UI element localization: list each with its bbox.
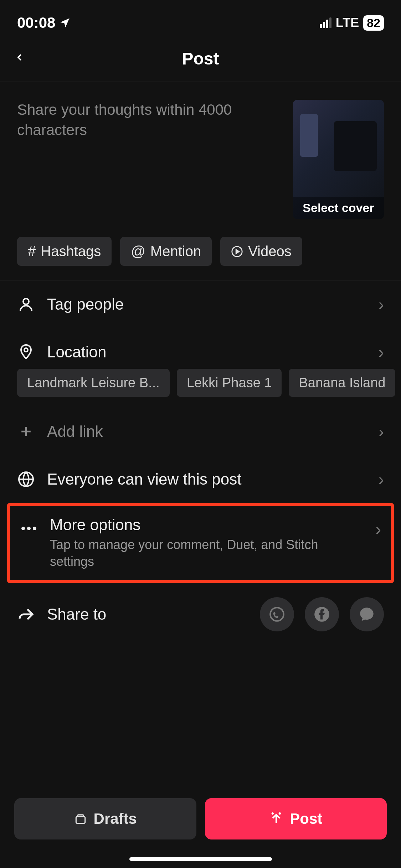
status-time: 00:08 <box>17 14 55 31</box>
privacy-row[interactable]: Everyone can view this post › <box>0 455 401 503</box>
svg-point-3 <box>24 348 28 352</box>
location-pin-icon <box>17 343 35 361</box>
post-button[interactable]: Post <box>205 798 387 839</box>
chevron-right-icon: › <box>376 520 381 539</box>
play-circle-icon <box>231 246 243 258</box>
caption-input[interactable]: Share your thoughts within 4000 characte… <box>17 100 282 219</box>
videos-chip[interactable]: Videos <box>220 237 302 266</box>
network-label: LTE <box>336 15 359 30</box>
mention-chip[interactable]: @ Mention <box>120 237 212 266</box>
drafts-icon <box>74 812 87 826</box>
battery-indicator: 82 <box>363 15 384 31</box>
hash-icon: # <box>28 243 36 259</box>
at-icon: @ <box>131 243 145 259</box>
select-cover-button[interactable]: Select cover <box>293 197 384 219</box>
back-button[interactable] <box>14 47 25 71</box>
drafts-button[interactable]: Drafts <box>14 798 196 839</box>
chevron-right-icon: › <box>379 342 384 362</box>
add-link-row[interactable]: Add link › <box>0 408 401 455</box>
more-options-title: More options <box>50 516 364 534</box>
share-facebook[interactable] <box>305 597 339 631</box>
svg-point-8 <box>27 527 31 530</box>
location-suggestions: Landmark Leisure B... Lekki Phase 1 Bana… <box>0 369 401 408</box>
home-indicator[interactable] <box>129 857 272 861</box>
compose-area: Share your thoughts within 4000 characte… <box>0 82 401 233</box>
person-icon <box>17 296 35 313</box>
location-services-icon <box>59 17 71 29</box>
svg-point-2 <box>23 299 29 304</box>
more-options-subtitle: Tap to manage your comment, Duet, and St… <box>50 537 364 570</box>
more-options-row[interactable]: More options Tap to manage your comment,… <box>10 506 391 580</box>
share-whatsapp[interactable] <box>260 597 294 631</box>
svg-point-10 <box>270 608 284 621</box>
location-chip[interactable]: Lekki Phase 1 <box>177 369 282 397</box>
whatsapp-icon <box>268 605 286 623</box>
chevron-right-icon: › <box>379 422 384 441</box>
compose-chips: # Hashtags @ Mention Videos <box>0 233 401 280</box>
svg-point-9 <box>33 527 36 530</box>
facebook-icon <box>313 605 331 623</box>
signal-icon <box>320 17 331 28</box>
page-title: Post <box>182 49 219 68</box>
svg-rect-12 <box>76 817 85 823</box>
plus-icon <box>18 424 34 439</box>
location-label: Location <box>47 343 366 361</box>
share-to-row: Share to <box>0 583 401 646</box>
share-arrow-icon <box>17 606 35 623</box>
more-options-highlight: More options Tap to manage your comment,… <box>7 503 394 583</box>
tag-people-label: Tag people <box>47 295 366 313</box>
svg-point-7 <box>21 527 25 530</box>
globe-icon <box>17 471 35 488</box>
chevron-right-icon: › <box>379 295 384 314</box>
tag-people-row[interactable]: Tag people › <box>0 280 401 328</box>
svg-marker-1 <box>236 249 239 253</box>
ellipsis-icon <box>20 525 37 532</box>
share-to-label: Share to <box>47 605 248 623</box>
location-chip[interactable]: Landmark Leisure B... <box>17 369 170 397</box>
bottom-actions: Drafts Post <box>0 798 401 839</box>
chevron-right-icon: › <box>379 470 384 489</box>
location-chip[interactable]: Banana Island <box>289 369 395 397</box>
post-icon <box>269 812 283 826</box>
video-thumbnail[interactable]: Select cover <box>293 100 384 219</box>
share-chat[interactable] <box>350 597 384 631</box>
privacy-label: Everyone can view this post <box>47 470 366 488</box>
chevron-left-icon <box>14 49 25 66</box>
add-link-label: Add link <box>47 423 366 440</box>
header: Post <box>0 36 401 82</box>
chat-bubble-icon <box>358 605 376 623</box>
status-bar: 00:08 LTE 82 <box>0 0 401 36</box>
hashtags-chip[interactable]: # Hashtags <box>17 237 112 266</box>
location-row[interactable]: Location › <box>0 328 401 369</box>
